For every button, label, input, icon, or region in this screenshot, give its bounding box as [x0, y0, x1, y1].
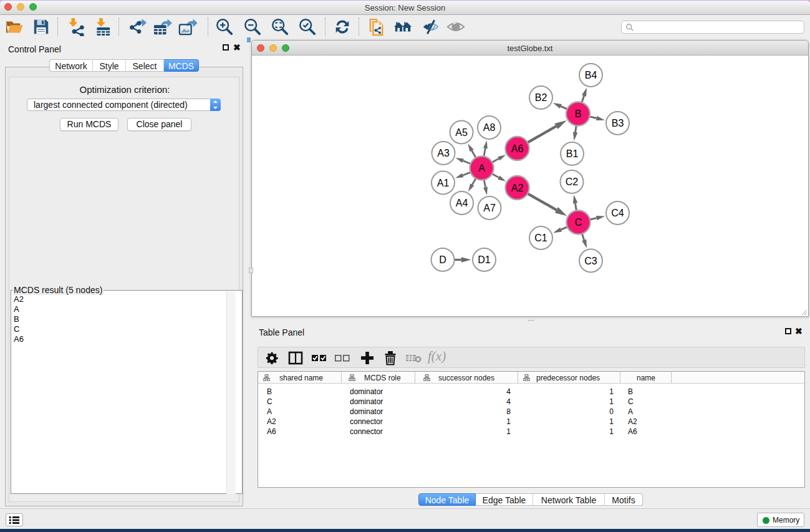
- svg-text:A5: A5: [455, 127, 468, 138]
- svg-text:D: D: [439, 254, 446, 265]
- svg-text:C1: C1: [534, 233, 547, 243]
- svg-text:A: A: [478, 163, 485, 173]
- svg-text:A7: A7: [483, 203, 496, 213]
- svg-text:A2: A2: [511, 183, 524, 193]
- svg-text:A3: A3: [437, 148, 450, 158]
- svg-text:A6: A6: [511, 143, 524, 154]
- svg-text:B1: B1: [566, 148, 579, 159]
- svg-text:A4: A4: [456, 198, 468, 208]
- svg-text:B4: B4: [585, 70, 597, 80]
- svg-text:C4: C4: [611, 208, 624, 218]
- svg-text:C: C: [575, 217, 582, 228]
- svg-text:A8: A8: [483, 122, 496, 133]
- svg-text:B: B: [575, 109, 582, 119]
- svg-text:C3: C3: [584, 256, 597, 266]
- svg-text:D1: D1: [478, 254, 491, 265]
- svg-text:B3: B3: [612, 118, 624, 128]
- svg-text:B2: B2: [535, 92, 547, 103]
- svg-text:C2: C2: [566, 177, 579, 187]
- svg-text:A1: A1: [437, 178, 450, 188]
